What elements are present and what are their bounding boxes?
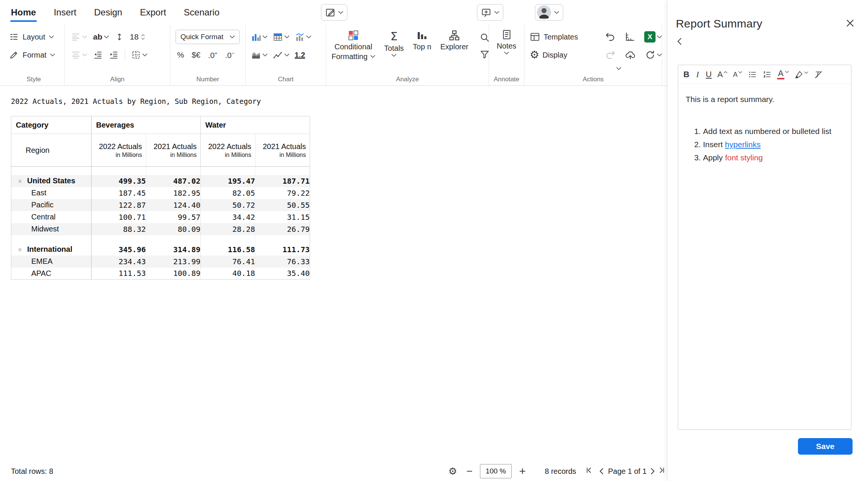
bar-chart-button[interactable] xyxy=(251,32,267,42)
bold-button[interactable]: B xyxy=(683,70,689,79)
cell-value[interactable]: 213.99 xyxy=(146,256,201,268)
collapse-panel-icon[interactable] xyxy=(676,39,683,50)
bullet-list-button[interactable] xyxy=(748,70,757,79)
cell-value[interactable]: 26.79 xyxy=(255,223,310,235)
cell-value[interactable]: 35.40 xyxy=(255,268,310,280)
cell-value[interactable]: 79.22 xyxy=(255,187,310,199)
format-button[interactable]: Format xyxy=(9,46,64,64)
explorer-button[interactable]: Explorer xyxy=(440,29,468,51)
search-button[interactable] xyxy=(480,32,490,43)
cell-value[interactable]: 124.40 xyxy=(146,199,201,211)
ruler-button[interactable] xyxy=(625,32,635,42)
cell-value[interactable]: 100.71 xyxy=(92,211,146,223)
cell-value[interactable]: 50.72 xyxy=(201,199,255,211)
table-row[interactable]: Pacific122.87124.4050.7250.55 xyxy=(11,199,310,211)
first-page-button[interactable] xyxy=(585,467,592,476)
upload-cloud-button[interactable] xyxy=(625,50,636,60)
cell-value[interactable]: 88.32 xyxy=(92,223,146,235)
cell-value[interactable]: 28.28 xyxy=(201,223,255,235)
font-size-decrease-button[interactable]: A xyxy=(733,70,742,79)
measure-header[interactable]: 2022 Actualsin Millions xyxy=(92,134,146,167)
measure-header[interactable]: 2021 Actualsin Millions xyxy=(146,134,201,167)
tab-scenario[interactable]: Scenario xyxy=(184,0,220,25)
decimal-format-button[interactable]: 1.2 xyxy=(295,51,305,59)
row-handle-icon[interactable]: ≡ xyxy=(18,178,24,185)
cell-value[interactable]: 187.71 xyxy=(255,175,310,187)
highlight-button[interactable] xyxy=(795,70,808,79)
zoom-in-button[interactable]: + xyxy=(519,465,526,478)
next-page-button[interactable] xyxy=(649,469,656,473)
cell-value[interactable]: 116.58 xyxy=(201,244,255,256)
font-color-button[interactable]: A xyxy=(777,69,789,79)
align-vertical-button[interactable] xyxy=(71,50,87,60)
close-icon[interactable] xyxy=(845,18,855,28)
tab-export[interactable]: Export xyxy=(140,0,166,25)
row-label-cell[interactable]: Pacific xyxy=(11,199,92,211)
row-label-cell[interactable]: ≡International xyxy=(11,244,92,256)
zoom-input[interactable] xyxy=(480,464,512,478)
cell-value[interactable]: 100.89 xyxy=(146,268,201,280)
table-row[interactable]: ≡International345.96314.89116.58111.73 xyxy=(11,244,310,256)
save-button[interactable]: Save xyxy=(798,438,853,455)
row-handle-icon[interactable]: ≡ xyxy=(18,247,24,253)
percent-format-button[interactable]: % xyxy=(177,50,184,59)
numbered-list-button[interactable] xyxy=(763,70,772,79)
row-label-cell[interactable]: East xyxy=(11,187,92,199)
table-row[interactable]: East187.45182.9582.0579.22 xyxy=(11,187,310,199)
last-page-button[interactable] xyxy=(659,467,665,476)
remove-decimal-button[interactable]: .0− xyxy=(225,50,234,60)
cell-value[interactable]: 99.57 xyxy=(146,211,201,223)
column-group-water[interactable]: Water xyxy=(201,116,310,134)
previous-page-button[interactable] xyxy=(598,469,605,473)
notes-button[interactable]: Notes xyxy=(489,28,524,55)
cell-value[interactable]: 76.41 xyxy=(201,256,255,268)
filter-button[interactable] xyxy=(480,49,490,59)
cell-value[interactable]: 314.89 xyxy=(146,244,201,256)
tab-insert[interactable]: Insert xyxy=(54,0,76,25)
area-chart-button[interactable] xyxy=(251,50,267,60)
hyperlink[interactable]: hyperlinks xyxy=(725,140,761,149)
cell-value[interactable]: 76.33 xyxy=(255,256,310,268)
editor-content[interactable]: This is a report summary. Add text as nu… xyxy=(678,84,851,163)
zoom-out-button[interactable]: − xyxy=(466,465,472,477)
top-n-button[interactable]: Top n xyxy=(413,29,431,51)
indent-increase-button[interactable] xyxy=(109,50,119,60)
redo-button[interactable] xyxy=(605,50,616,60)
table-row[interactable]: ≡United States499.35487.02195.47187.71 xyxy=(11,175,310,187)
cell-value[interactable]: 40.18 xyxy=(201,268,255,280)
table-chart-button[interactable] xyxy=(273,32,289,42)
indent-decrease-button[interactable] xyxy=(93,50,103,60)
undo-button[interactable] xyxy=(605,32,616,42)
italic-button[interactable]: I xyxy=(695,70,700,79)
display-button[interactable]: ⚙ Display xyxy=(530,50,596,60)
edit-mode-button[interactable] xyxy=(321,4,347,21)
row-label-cell[interactable]: EMEA xyxy=(11,256,92,268)
underline-button[interactable]: U xyxy=(706,70,712,79)
layout-button[interactable]: Layout xyxy=(9,28,64,46)
borders-button[interactable] xyxy=(131,50,147,60)
templates-button[interactable]: Templates xyxy=(530,32,596,42)
cell-value[interactable]: 182.95 xyxy=(146,187,201,199)
cell-value[interactable]: 122.87 xyxy=(92,199,146,211)
font-size-increase-button[interactable]: A xyxy=(717,70,727,79)
align-horizontal-button[interactable] xyxy=(71,32,87,42)
table-row[interactable]: Central100.7199.5734.4231.15 xyxy=(11,211,310,223)
cell-value[interactable]: 80.09 xyxy=(146,223,201,235)
settings-gear-icon[interactable]: ⚙ xyxy=(448,466,457,477)
cell-value[interactable]: 111.73 xyxy=(255,244,310,256)
more-actions-icon[interactable] xyxy=(616,67,621,70)
table-row[interactable]: EMEA234.43213.9976.4176.33 xyxy=(11,256,310,268)
cell-value[interactable]: 187.45 xyxy=(92,187,146,199)
cell-value[interactable]: 31.15 xyxy=(255,211,310,223)
cell-value[interactable]: 499.35 xyxy=(92,175,146,187)
refresh-button[interactable] xyxy=(645,50,662,60)
row-label-cell[interactable]: Central xyxy=(11,211,92,223)
font-size-decrease-icon[interactable] xyxy=(141,38,145,40)
cell-value[interactable]: 195.47 xyxy=(201,175,255,187)
add-comment-button[interactable] xyxy=(477,4,503,21)
clear-formatting-button[interactable] xyxy=(814,70,823,79)
cell-value[interactable]: 34.42 xyxy=(201,211,255,223)
font-size-increase-icon[interactable] xyxy=(141,34,145,37)
quick-format-dropdown[interactable]: Quick Format xyxy=(176,30,240,44)
cell-value[interactable]: 111.53 xyxy=(92,268,146,280)
